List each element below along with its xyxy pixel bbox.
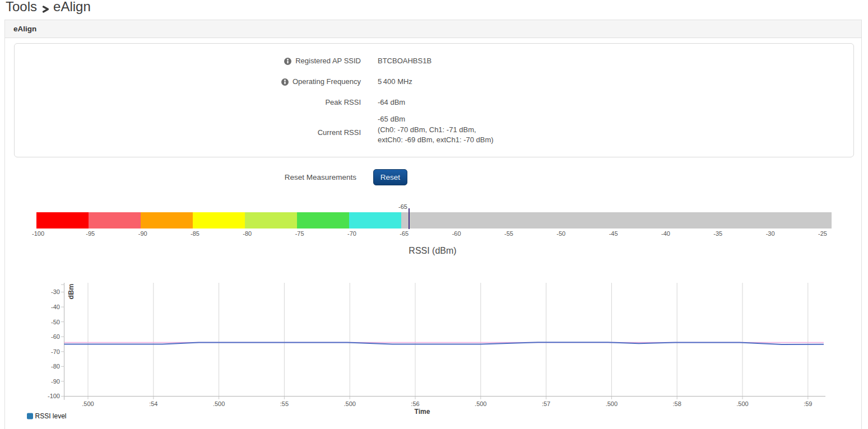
svg-text::58: :58 <box>673 400 681 407</box>
svg-text:Time: Time <box>415 408 430 416</box>
svg-text:.500: .500 <box>475 400 486 407</box>
svg-text:-60: -60 <box>51 333 60 340</box>
svg-text::55: :55 <box>280 400 289 407</box>
svg-text:-90: -90 <box>51 378 60 385</box>
svg-text:dBm: dBm <box>67 284 75 300</box>
svg-text:-30: -30 <box>51 288 60 295</box>
svg-text:-100: -100 <box>48 393 60 399</box>
svg-text::56: :56 <box>411 400 419 407</box>
svg-text:-70: -70 <box>51 348 60 355</box>
svg-text:-80: -80 <box>51 363 60 370</box>
svg-text::59: :59 <box>804 400 812 407</box>
svg-text:-40: -40 <box>51 304 60 310</box>
svg-text:.500: .500 <box>344 400 355 407</box>
svg-text:.500: .500 <box>82 400 94 407</box>
svg-text:.500: .500 <box>736 400 748 407</box>
svg-text:.500: .500 <box>213 400 225 407</box>
svg-text::54: :54 <box>149 400 157 407</box>
svg-text:-50: -50 <box>51 319 60 325</box>
svg-text::57: :57 <box>542 400 550 407</box>
svg-text:RSSI level: RSSI level <box>35 412 67 420</box>
svg-text:.500: .500 <box>606 400 618 407</box>
